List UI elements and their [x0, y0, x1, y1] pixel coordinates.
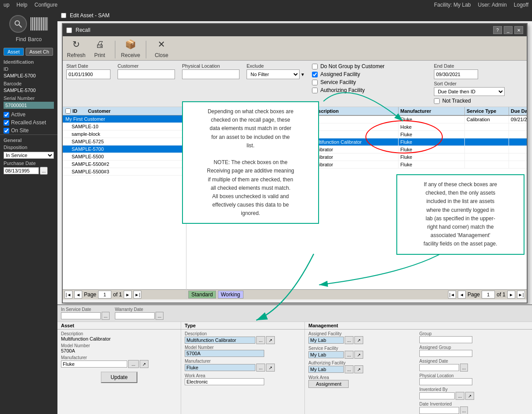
type-model-input[interactable] [185, 350, 264, 357]
type-mfr-browse[interactable]: ... [256, 364, 265, 372]
purchase-date-picker[interactable]: ... [40, 167, 48, 175]
assigned-date-picker[interactable]: ... [460, 364, 468, 372]
date-inventoried-input[interactable] [419, 407, 459, 414]
close-button[interactable]: ✕ [514, 26, 523, 34]
asset-mfr-input[interactable] [61, 360, 127, 368]
work-area-input[interactable] [185, 378, 264, 385]
authorizing-facility-link[interactable]: ↗ [354, 365, 363, 373]
warranty-date-input[interactable] [115, 312, 155, 319]
sort-order-select[interactable]: Due Date then ID [434, 87, 505, 96]
list-item[interactable]: SAMPLE-5725 [63, 138, 186, 146]
type-desc-link[interactable]: ↗ [266, 336, 275, 344]
authorizing-facility-input-bottom[interactable] [308, 366, 344, 373]
not-tracked-checkbox[interactable] [434, 98, 440, 104]
tab-asset[interactable]: Asset [4, 48, 24, 56]
assigned-date-input[interactable] [419, 364, 459, 371]
in-service-date-picker[interactable]: ... [102, 312, 110, 320]
in-service-date-input[interactable] [61, 312, 101, 319]
menu-configure[interactable]: Configure [34, 2, 57, 8]
inventoried-by-browse[interactable]: ... [456, 392, 464, 400]
mgmt-right: Group Assigned Group Assigned Date ... P… [419, 331, 528, 414]
authorizing-facility-label-bottom: Authorizing Facility [308, 360, 418, 365]
first-page-btn[interactable]: |◄ [65, 291, 72, 299]
type-mfr-link[interactable]: ↗ [266, 364, 275, 372]
assigned-facility-browse[interactable]: ... [345, 336, 353, 344]
disposition-select[interactable]: In Service [4, 152, 54, 159]
right-page-number-input[interactable] [482, 291, 495, 299]
assigned-date-row: ... [419, 364, 528, 372]
end-date-input[interactable] [434, 69, 478, 79]
page-number-input[interactable] [98, 291, 111, 299]
exclude-select[interactable]: No Filter [247, 69, 300, 79]
minimize-button[interactable]: _ [504, 26, 513, 34]
type-desc-browse[interactable]: ... [256, 336, 265, 344]
refresh-icon: ↻ [69, 37, 84, 51]
checkboxes-area: Do Not Group by Customer Assigned Facili… [312, 63, 427, 93]
list-item[interactable]: sample-block [63, 130, 186, 138]
menu-up[interactable]: up [4, 2, 9, 8]
do-not-group-checkbox[interactable] [312, 64, 318, 69]
assigned-facility-checkbox[interactable] [312, 72, 318, 77]
right-next-page-btn[interactable]: ► [507, 291, 515, 299]
tab-asset-ch[interactable]: Asset Ch [26, 48, 53, 56]
left-list-header-checkbox[interactable] [65, 108, 71, 114]
list-item[interactable]: SAMPLE-5500#3 [63, 168, 186, 176]
customer-input[interactable] [118, 69, 175, 79]
page-label: Page [84, 291, 96, 298]
right-first-page-btn[interactable]: |◄ [448, 291, 456, 299]
group-input[interactable] [419, 336, 472, 343]
start-date-input[interactable] [66, 69, 110, 79]
list-item[interactable]: SAMPLE-5500#2 [63, 161, 186, 168]
purchase-date-input[interactable] [4, 167, 39, 174]
type-desc-input[interactable] [185, 337, 255, 344]
edit-asset-checkbox[interactable] [61, 13, 66, 18]
inventoried-by-input[interactable] [419, 392, 455, 399]
print-button[interactable]: 🖨 Print [90, 37, 110, 58]
list-item[interactable]: My First Customer [63, 115, 186, 123]
assigned-group-input[interactable] [419, 350, 472, 357]
authorizing-facility-browse[interactable]: ... [345, 365, 353, 373]
asset-mfr-browse-btn[interactable]: ... [128, 360, 139, 368]
on-site-checkbox[interactable] [4, 128, 9, 134]
authorizing-facility-checkbox[interactable] [312, 88, 318, 93]
service-facility-browse[interactable]: ... [345, 351, 353, 359]
serial-number-input[interactable] [4, 102, 54, 109]
receive-button[interactable]: 📦 Receive [121, 37, 141, 58]
refresh-button[interactable]: ↻ Refresh [66, 37, 86, 58]
prev-page-btn[interactable]: ◄ [74, 291, 82, 299]
physical-location-input-bottom[interactable] [419, 378, 472, 385]
right-last-page-btn[interactable]: ►| [517, 291, 525, 299]
td-manufacturer: Fluke [399, 161, 465, 168]
left-list-area[interactable]: My First Customer SAMPLE-10 sample-block… [63, 115, 186, 289]
service-facility-input-bottom[interactable] [308, 351, 344, 358]
find-icon[interactable] [9, 15, 27, 33]
list-item[interactable]: SAMPLE-5700 [63, 146, 186, 153]
date-inventoried-picker[interactable]: ... [460, 406, 468, 414]
service-facility-checkbox[interactable] [312, 80, 318, 85]
physical-location-input[interactable] [182, 69, 239, 79]
recall-title-checkbox[interactable] [66, 27, 72, 33]
list-item[interactable]: SAMPLE-10 [63, 123, 186, 130]
assigned-facility-link[interactable]: ↗ [354, 336, 363, 344]
logoff-button[interactable]: Logoff [514, 2, 528, 8]
type-mfr-input[interactable] [185, 364, 255, 371]
service-facility-link[interactable]: ↗ [354, 351, 363, 359]
update-button[interactable]: Update [101, 372, 137, 383]
right-prev-page-btn[interactable]: ◄ [458, 291, 466, 299]
close-toolbar-button[interactable]: ✕ Close [152, 37, 171, 58]
assigned-facility-input-bottom[interactable] [308, 337, 344, 344]
type-desc-value: ... ↗ [185, 336, 301, 344]
menu-help[interactable]: Help [16, 2, 27, 8]
asset-mfr-link-btn[interactable]: ↗ [140, 360, 148, 368]
recalled-asset-checkbox[interactable] [4, 120, 9, 126]
last-page-btn[interactable]: ►| [133, 291, 141, 299]
assignment-button[interactable]: Assignment [308, 380, 349, 388]
help-button[interactable]: ? [493, 26, 502, 34]
next-page-btn[interactable]: ► [124, 291, 132, 299]
list-item[interactable]: SAMPLE-5500 [63, 153, 186, 161]
warranty-date-picker[interactable]: ... [156, 312, 163, 320]
id-label: ID [0, 65, 57, 73]
active-checkbox[interactable] [4, 112, 9, 118]
inventoried-by-link[interactable]: ↗ [465, 392, 474, 400]
barcode-icon[interactable] [30, 17, 48, 31]
